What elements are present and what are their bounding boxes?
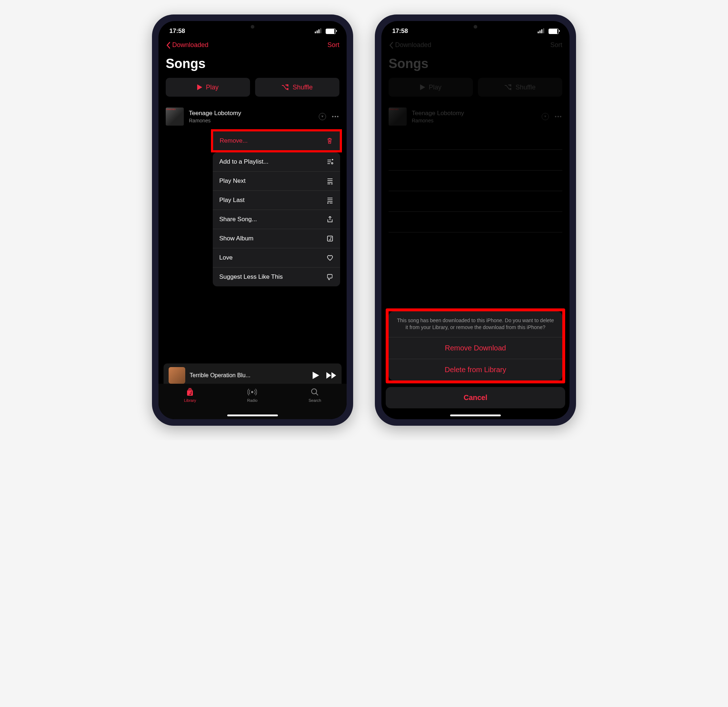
heart-icon xyxy=(326,254,334,262)
home-indicator[interactable] xyxy=(227,415,278,416)
sort-button: Sort xyxy=(550,41,562,49)
menu-show-album[interactable]: Show Album xyxy=(213,229,340,248)
album-art xyxy=(166,107,184,126)
svg-point-4 xyxy=(251,391,253,393)
back-label: Downloaded xyxy=(395,41,431,49)
phone-right: 17:58 Downloaded Sort Songs Play Shuffle xyxy=(375,14,576,426)
play-next-icon xyxy=(326,177,334,185)
status-time: 17:58 xyxy=(392,27,408,35)
status-icons xyxy=(538,27,559,35)
tab-library-label: Library xyxy=(184,398,196,403)
tab-search-label: Search xyxy=(309,398,321,403)
thumbs-down-icon xyxy=(326,273,334,280)
playlist-icon xyxy=(326,158,334,165)
download-icon xyxy=(542,113,549,120)
tab-radio-label: Radio xyxy=(247,398,258,403)
play-label: Play xyxy=(429,84,441,91)
highlight-annotation: This song has been downloaded to this iP… xyxy=(386,308,565,383)
phone-left: 17:58 Downloaded Sort Songs Play Shuffle xyxy=(152,14,353,426)
svg-point-5 xyxy=(312,389,316,394)
menu-remove[interactable]: Remove... xyxy=(213,132,340,150)
download-icon[interactable] xyxy=(319,113,326,120)
menu-share-label: Share Song... xyxy=(219,216,257,223)
song-row: Teenage Lobotomy Ramones ••• xyxy=(381,104,569,129)
menu-add-playlist[interactable]: Add to a Playlist... xyxy=(213,152,340,172)
sheet-message: This song has been downloaded to this iP… xyxy=(389,311,562,337)
menu-play-last[interactable]: Play Last xyxy=(213,191,340,210)
notch xyxy=(225,21,280,33)
notch xyxy=(448,21,503,33)
play-icon xyxy=(420,84,425,90)
shuffle-label: Shuffle xyxy=(516,84,536,91)
cellular-icon xyxy=(315,29,321,33)
screen-left: 17:58 Downloaded Sort Songs Play Shuffle xyxy=(159,21,347,419)
tab-library[interactable]: Library xyxy=(184,387,196,403)
shuffle-button[interactable]: Shuffle xyxy=(255,78,339,97)
highlight-annotation: Remove... xyxy=(211,129,342,152)
menu-play-last-label: Play Last xyxy=(219,197,245,204)
shuffle-button: Shuffle xyxy=(478,78,562,97)
play-label: Play xyxy=(206,84,218,91)
np-forward-icon[interactable] xyxy=(326,372,337,379)
action-sheet: This song has been downloaded to this iP… xyxy=(381,304,569,419)
song-title: Teenage Lobotomy xyxy=(412,110,537,117)
album-art xyxy=(389,107,407,126)
home-indicator[interactable] xyxy=(450,415,501,416)
page-title: Songs xyxy=(159,52,347,78)
chevron-left-icon xyxy=(389,42,394,49)
back-button: Downloaded xyxy=(389,41,431,49)
song-info: Teenage Lobotomy Ramones xyxy=(189,110,314,123)
back-button[interactable]: Downloaded xyxy=(166,41,208,49)
menu-suggest-less[interactable]: Suggest Less Like This xyxy=(213,267,340,286)
song-artist: Ramones xyxy=(412,118,537,123)
sheet-group: This song has been downloaded to this iP… xyxy=(389,311,562,380)
action-buttons-row: Play Shuffle xyxy=(159,78,347,104)
play-last-icon xyxy=(326,197,334,204)
svg-rect-1 xyxy=(187,390,193,396)
battery-icon xyxy=(549,29,559,34)
sort-button[interactable]: Sort xyxy=(328,41,339,49)
back-label: Downloaded xyxy=(172,41,208,49)
more-button[interactable]: ••• xyxy=(332,114,339,120)
menu-add-playlist-label: Add to a Playlist... xyxy=(219,158,269,165)
now-playing-art xyxy=(169,367,185,384)
radio-icon xyxy=(247,387,257,397)
svg-rect-2 xyxy=(188,389,192,390)
menu-play-next-label: Play Next xyxy=(219,177,246,185)
library-icon xyxy=(185,387,195,397)
shuffle-icon xyxy=(282,84,289,90)
play-button: Play xyxy=(389,78,473,97)
song-actions: ••• xyxy=(542,113,562,120)
song-title: Teenage Lobotomy xyxy=(189,110,314,117)
menu-show-album-label: Show Album xyxy=(219,235,254,242)
tab-radio[interactable]: Radio xyxy=(247,387,258,403)
empty-rows xyxy=(381,129,569,233)
play-button[interactable]: Play xyxy=(166,78,250,97)
song-actions: ••• xyxy=(319,113,339,120)
song-info: Teenage Lobotomy Ramones xyxy=(412,110,537,123)
menu-love-label: Love xyxy=(219,254,233,262)
np-play-icon[interactable] xyxy=(313,372,319,379)
action-buttons-row: Play Shuffle xyxy=(381,78,569,104)
share-icon xyxy=(326,216,334,223)
nav-row: Downloaded Sort xyxy=(381,38,569,52)
page-title: Songs xyxy=(381,52,569,78)
shuffle-label: Shuffle xyxy=(293,84,313,91)
album-icon xyxy=(326,235,334,242)
menu-play-next[interactable]: Play Next xyxy=(213,172,340,191)
song-row[interactable]: Teenage Lobotomy Ramones ••• xyxy=(159,104,347,129)
cancel-button[interactable]: Cancel xyxy=(386,387,565,408)
search-icon xyxy=(310,387,319,397)
battery-icon xyxy=(326,29,336,34)
remove-download-button[interactable]: Remove Download xyxy=(389,337,562,359)
context-menu: Add to a Playlist... Play Next Play Last… xyxy=(213,152,340,286)
menu-love[interactable]: Love xyxy=(213,248,340,267)
now-playing-title: Terrible Operation Blu... xyxy=(189,372,308,379)
delete-library-button[interactable]: Delete from Library xyxy=(389,359,562,380)
chevron-left-icon xyxy=(166,42,171,49)
menu-share[interactable]: Share Song... xyxy=(213,210,340,229)
shuffle-icon xyxy=(505,84,512,90)
tab-search[interactable]: Search xyxy=(309,387,321,403)
menu-suggest-less-label: Suggest Less Like This xyxy=(219,273,283,280)
menu-remove-label: Remove... xyxy=(220,137,247,145)
